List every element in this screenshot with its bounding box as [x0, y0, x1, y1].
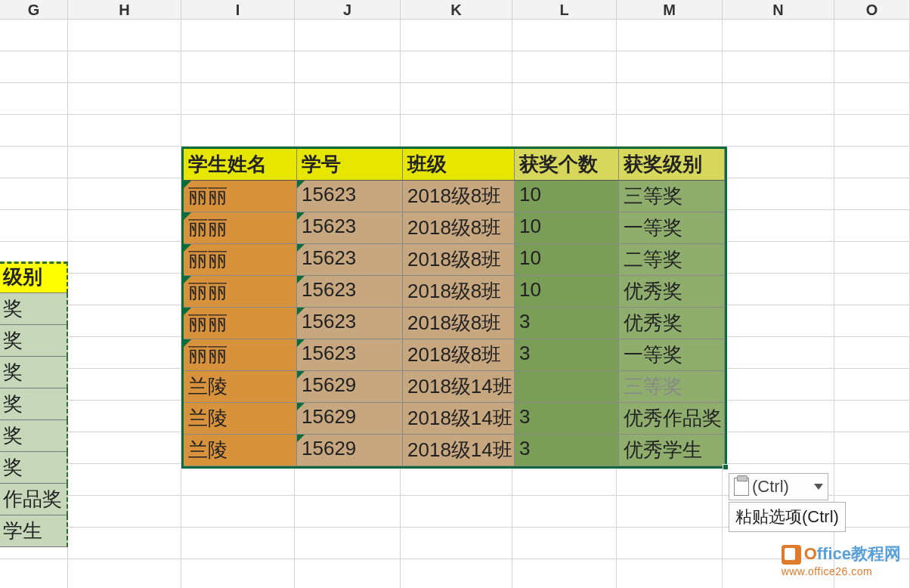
cell-count[interactable] [515, 371, 619, 403]
col-header-O[interactable]: O [834, 0, 910, 19]
source-cell[interactable]: 奖 [0, 388, 68, 420]
source-cell[interactable]: 奖 [0, 420, 68, 452]
cell-name[interactable]: 丽丽 [184, 276, 297, 308]
cell-class[interactable]: 2018级14班 [403, 435, 515, 466]
cell-id[interactable]: 15623 [297, 181, 403, 212]
cell-level[interactable]: 优秀奖 [619, 308, 725, 339]
cell-id[interactable]: 15629 [297, 403, 403, 435]
table-row: 丽丽 15623 2018级8班 10 三等奖 [184, 181, 725, 212]
cell-level[interactable]: 三等奖 [619, 181, 725, 212]
pasted-table-selection[interactable]: 学生姓名 学号 班级 获奖个数 获奖级别 丽丽 15623 2018级8班 10… [181, 147, 727, 469]
cell-count[interactable]: 10 [515, 212, 619, 244]
cell-class[interactable]: 2018级8班 [403, 308, 515, 339]
watermark-brand-prefix: O [804, 544, 817, 563]
cell-class[interactable]: 2018级8班 [403, 244, 515, 276]
cell-id[interactable]: 15623 [297, 339, 403, 371]
paste-options-label: (Ctrl) [752, 477, 789, 497]
table-row: 兰陵 15629 2018级14班 三等奖 [184, 371, 725, 403]
cell-count[interactable]: 3 [515, 308, 619, 339]
table-row: 丽丽 15623 2018级8班 10 优秀奖 [184, 276, 725, 308]
source-cell[interactable]: 奖 [0, 452, 68, 484]
cell-count[interactable]: 3 [515, 403, 619, 435]
cell-class[interactable]: 2018级8班 [403, 181, 515, 212]
col-header-I[interactable]: I [181, 0, 295, 19]
table-header-row: 学生姓名 学号 班级 获奖个数 获奖级别 [184, 149, 725, 181]
cell-id[interactable]: 15623 [297, 308, 403, 339]
source-table-fragment: 级别 奖 奖 奖 奖 奖 奖 作品奖 学生 [0, 262, 68, 547]
table-row: 兰陵 15629 2018级14班 3 优秀学生 [184, 435, 725, 466]
chevron-down-icon [814, 484, 823, 490]
cell-name[interactable]: 兰陵 [184, 403, 297, 435]
source-header-cell[interactable]: 级别 [0, 262, 68, 293]
watermark-url: www.office26.com [782, 565, 901, 577]
cell-id[interactable]: 15623 [297, 276, 403, 308]
table-row: 丽丽 15623 2018级8班 3 优秀奖 [184, 308, 725, 339]
cell-id[interactable]: 15623 [297, 244, 403, 276]
cell-level[interactable]: 一等奖 [619, 339, 725, 371]
cell-count[interactable]: 10 [515, 181, 619, 212]
fill-handle[interactable] [723, 464, 729, 470]
cell-class[interactable]: 2018级14班 [403, 403, 515, 435]
cell-name[interactable]: 兰陵 [184, 371, 297, 403]
cell-name[interactable]: 丽丽 [184, 244, 297, 276]
cell-name[interactable]: 丽丽 [184, 181, 297, 212]
paste-options-button[interactable]: (Ctrl) [729, 473, 828, 500]
cell-count[interactable]: 10 [515, 244, 619, 276]
header-student-id[interactable]: 学号 [297, 149, 403, 181]
cell-class[interactable]: 2018级8班 [403, 212, 515, 244]
cell-count[interactable]: 10 [515, 276, 619, 308]
cell-name[interactable]: 丽丽 [184, 308, 297, 339]
col-header-N[interactable]: N [723, 0, 834, 19]
table-row: 丽丽 15623 2018级8班 10 二等奖 [184, 244, 725, 276]
col-header-J[interactable]: J [295, 0, 401, 19]
header-award-count[interactable]: 获奖个数 [515, 149, 619, 181]
header-student-name[interactable]: 学生姓名 [184, 149, 297, 181]
col-header-H[interactable]: H [68, 0, 181, 19]
column-header-row: G H I J K L M N O [0, 0, 910, 20]
cell-level[interactable]: 二等奖 [619, 244, 725, 276]
cell-class[interactable]: 2018级8班 [403, 339, 515, 371]
col-header-G[interactable]: G [0, 0, 68, 19]
source-cell[interactable]: 奖 [0, 325, 68, 357]
col-header-L[interactable]: L [512, 0, 617, 19]
cell-level[interactable]: 三等奖 [619, 371, 725, 403]
cell-id[interactable]: 15629 [297, 435, 403, 466]
paste-options-tooltip: 粘贴选项(Ctrl) [729, 502, 846, 532]
cell-count[interactable]: 3 [515, 435, 619, 466]
col-header-K[interactable]: K [401, 0, 512, 19]
watermark-logo: Office教程网 www.office26.com [782, 543, 901, 577]
cell-level[interactable]: 优秀奖 [619, 276, 725, 308]
cell-id[interactable]: 15623 [297, 212, 403, 244]
cell-id[interactable]: 15629 [297, 371, 403, 403]
table-row: 丽丽 15623 2018级8班 10 一等奖 [184, 212, 725, 244]
source-cell[interactable]: 奖 [0, 357, 68, 388]
table-row: 兰陵 15629 2018级14班 3 优秀作品奖 [184, 403, 725, 435]
source-cell[interactable]: 作品奖 [0, 484, 68, 515]
cell-name[interactable]: 兰陵 [184, 435, 297, 466]
source-cell[interactable]: 奖 [0, 293, 68, 325]
cell-count[interactable]: 3 [515, 339, 619, 371]
watermark-brand-rest: ffice教程网 [817, 544, 901, 563]
cell-level[interactable]: 优秀学生 [619, 435, 725, 466]
cell-class[interactable]: 2018级14班 [403, 371, 515, 403]
clipboard-icon [734, 478, 749, 496]
header-class[interactable]: 班级 [403, 149, 515, 181]
cell-level[interactable]: 优秀作品奖 [619, 403, 725, 435]
office-logo-icon [782, 545, 801, 565]
header-award-level[interactable]: 获奖级别 [619, 149, 725, 181]
col-header-M[interactable]: M [617, 0, 723, 19]
cell-class[interactable]: 2018级8班 [403, 276, 515, 308]
source-cell[interactable]: 学生 [0, 515, 68, 547]
cell-level[interactable]: 一等奖 [619, 212, 725, 244]
cell-name[interactable]: 丽丽 [184, 339, 297, 371]
table-row: 丽丽 15623 2018级8班 3 一等奖 [184, 339, 725, 371]
cell-name[interactable]: 丽丽 [184, 212, 297, 244]
